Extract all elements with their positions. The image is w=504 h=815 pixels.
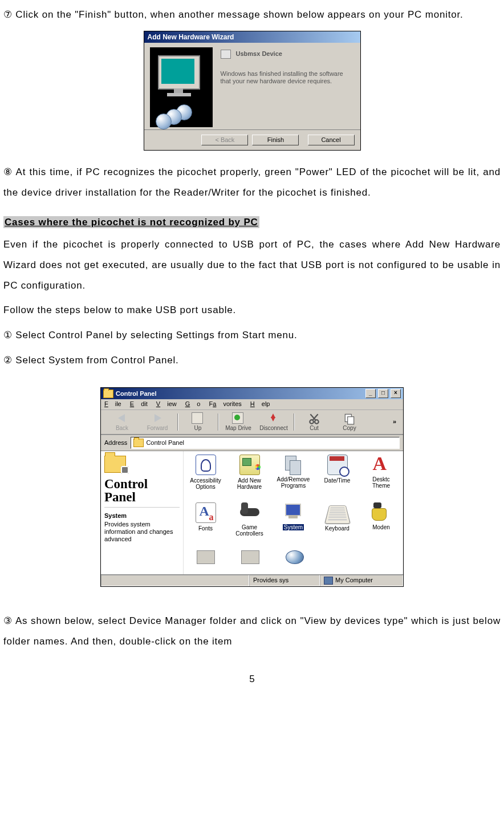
arrow-left-icon	[118, 414, 125, 422]
page-number: 5	[3, 669, 501, 690]
back-button: < Back	[201, 135, 248, 145]
desktop-themes-icon	[372, 455, 391, 474]
item-game-controllers[interactable]: GameControllers	[227, 502, 271, 550]
copy-icon	[343, 412, 356, 424]
section-paragraph-1: Even if the picochet is properly connect…	[3, 234, 501, 295]
wizard-hero-graphic	[150, 47, 213, 127]
partial-icon	[197, 550, 215, 564]
figure-control-panel: Control Panel _ □ × File Edit View Go Fa…	[3, 387, 501, 594]
menu-favorites[interactable]: Favorites	[209, 400, 242, 407]
map-drive-button[interactable]: Map Drive	[221, 412, 256, 432]
partial-icon	[286, 550, 304, 564]
wizard-device-line: Usbmsx Device	[221, 50, 352, 59]
wizard-button-bar: < Back Finish Cancel	[144, 129, 360, 150]
arrow-right-icon	[155, 414, 161, 422]
item-add-new-hardware[interactable]: Add NewHardware	[227, 455, 271, 502]
wizard-device-name: Usbmsx Device	[236, 50, 282, 57]
fonts-icon	[196, 502, 216, 523]
info-pane-title: Control Panel	[104, 477, 180, 504]
menu-help[interactable]: Help	[250, 400, 270, 407]
cp-title-text: Control Panel	[116, 390, 157, 398]
address-label: Address	[104, 439, 127, 447]
copy-button[interactable]: Copy	[332, 412, 367, 432]
control-panel-window: Control Panel _ □ × File Edit View Go Fa…	[100, 387, 404, 586]
date-time-icon	[327, 455, 348, 475]
status-cell-2: Provides sys	[249, 575, 320, 586]
scissors-icon	[308, 412, 320, 424]
item-fonts[interactable]: Fonts	[184, 502, 227, 550]
item-keyboard[interactable]: Keyboard	[315, 502, 359, 550]
substep-3: ③ As shown below, select Device Manager …	[3, 611, 501, 651]
device-icon	[221, 50, 231, 59]
minimize-button[interactable]: _	[365, 389, 376, 398]
item-system[interactable]: System	[271, 502, 315, 550]
folder-icon	[133, 439, 144, 447]
forward-button-toolbar: Forward	[140, 412, 175, 432]
icon-pane: AccessibilityOptions Add NewHardware Add…	[184, 451, 403, 574]
address-field[interactable]: Control Panel	[131, 437, 400, 449]
game-controllers-icon	[240, 502, 259, 522]
disconnect-button[interactable]: Disconnect	[256, 412, 291, 432]
info-pane-description: Provides system information and changes …	[104, 521, 180, 544]
close-button[interactable]: ×	[391, 389, 401, 398]
info-pane: Control Panel System Provides system inf…	[101, 451, 184, 574]
folder-large-icon	[104, 456, 126, 473]
back-button-toolbar: Back	[104, 412, 140, 432]
cancel-button[interactable]: Cancel	[308, 135, 355, 145]
menu-view[interactable]: View	[156, 400, 177, 407]
address-value: Control Panel	[146, 439, 184, 447]
section-heading: Cases where the picochet is not recogniz…	[3, 216, 259, 228]
accessibility-icon	[196, 455, 216, 475]
item-partial-2[interactable]	[228, 550, 273, 570]
svg-point-0	[310, 420, 314, 424]
item-date-time[interactable]: Date/Time	[315, 455, 359, 502]
item-desktop-themes[interactable]: DesktcTheme	[359, 455, 403, 502]
modem-icon	[372, 502, 391, 522]
menu-bar: File Edit View Go Favorites Help	[101, 399, 403, 409]
section-paragraph-2: Follow the steps below to make USB port …	[3, 300, 501, 321]
keyboard-icon	[324, 505, 350, 524]
system-icon	[284, 502, 303, 522]
disconnect-icon	[267, 412, 278, 423]
add-remove-icon	[284, 455, 303, 474]
status-cell-1	[101, 575, 249, 586]
wizard-message: Windows has finished installing the soft…	[221, 70, 352, 85]
figure-wizard: Add New Hardware Wizard Usbmsx Device Wi…	[3, 31, 501, 151]
toolbar: Back Forward Up Map Drive Disconnect	[101, 409, 403, 435]
instruction-step-7: ⑦ Click on the "Finish" button, when ano…	[3, 5, 501, 25]
toolbar-overflow[interactable]: »	[389, 418, 400, 425]
item-modem[interactable]: Moden	[359, 502, 403, 550]
maximize-button[interactable]: □	[378, 389, 388, 398]
finish-button[interactable]: Finish	[252, 135, 299, 145]
svg-rect-3	[348, 416, 354, 424]
add-hardware-icon	[239, 455, 260, 475]
status-bar: Provides sys My Computer	[101, 574, 403, 586]
menu-go[interactable]: Go	[185, 400, 201, 407]
partial-icon	[241, 550, 259, 564]
item-add-remove-programs[interactable]: Add/RemovePrograms	[271, 455, 315, 502]
item-accessibility-options[interactable]: AccessibilityOptions	[184, 455, 227, 502]
substep-2: ② Select System from Control Panel.	[3, 350, 501, 371]
menu-edit[interactable]: Edit	[130, 400, 148, 407]
cp-titlebar: Control Panel _ □ ×	[101, 388, 403, 399]
folder-icon	[103, 390, 113, 398]
substep-1: ① Select Control Panel by selecting Sett…	[3, 325, 501, 346]
up-button[interactable]: Up	[180, 412, 216, 432]
wizard-window: Add New Hardware Wizard Usbmsx Device Wi…	[144, 31, 361, 151]
item-partial-1[interactable]	[184, 550, 228, 570]
address-bar: Address Control Panel	[101, 435, 403, 451]
cut-button[interactable]: Cut	[296, 412, 332, 432]
instruction-step-8: ⑧ At this time, if PC recognizes the pic…	[3, 162, 501, 202]
wizard-titlebar: Add New Hardware Wizard	[144, 31, 360, 43]
folder-up-icon	[192, 412, 203, 424]
info-pane-subject: System	[104, 512, 180, 520]
svg-point-1	[315, 420, 319, 424]
item-partial-3[interactable]	[273, 550, 317, 570]
menu-file[interactable]: File	[104, 400, 121, 407]
status-cell-3: My Computer	[320, 575, 403, 586]
my-computer-icon	[324, 577, 333, 585]
map-drive-icon	[232, 412, 243, 424]
